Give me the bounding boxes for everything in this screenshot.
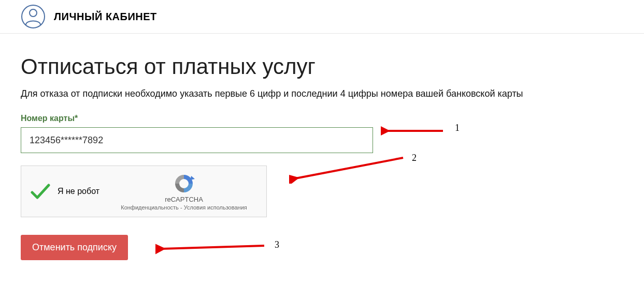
recaptcha-links: Конфиденциальность - Условия использован…	[121, 204, 247, 211]
annotation-arrow-1	[381, 123, 448, 139]
recaptcha-terms-link[interactable]: Условия использования	[184, 204, 247, 211]
annotation-number-1: 1	[455, 123, 460, 133]
instruction-text: Для отказа от подписки необходимо указат…	[21, 88, 623, 99]
checkmark-icon	[30, 181, 50, 202]
recaptcha-privacy-link[interactable]: Конфиденциальность	[121, 204, 179, 211]
main-content: Отписаться от платных услуг Для отказа о…	[0, 34, 644, 260]
recaptcha-brand-text: reCAPTCHA	[165, 196, 203, 203]
header-title: ЛИЧНЫЙ КАБИНЕТ	[54, 11, 157, 23]
annotation-number-2: 2	[412, 153, 417, 163]
svg-line-4	[295, 158, 403, 178]
card-number-input[interactable]	[21, 127, 373, 153]
recaptcha-widget[interactable]: Я не робот reCAPTCHA Конфиденциальность …	[21, 166, 267, 217]
annotation-arrow-3	[155, 239, 269, 255]
user-avatar-icon	[21, 4, 46, 29]
recaptcha-logo-icon	[173, 173, 195, 194]
card-number-label: Номер карты*	[21, 114, 623, 123]
svg-point-1	[30, 9, 37, 17]
svg-line-5	[162, 246, 264, 249]
header: ЛИЧНЫЙ КАБИНЕТ	[0, 0, 644, 34]
recaptcha-label: Я не робот	[58, 187, 109, 196]
cancel-subscription-button[interactable]: Отменить подписку	[21, 235, 128, 260]
page-title: Отписаться от платных услуг	[21, 54, 623, 79]
svg-marker-2	[190, 176, 195, 180]
annotation-arrow-2	[289, 153, 408, 184]
annotation-number-3: 3	[275, 239, 279, 250]
recaptcha-branding: reCAPTCHA Конфиденциальность - Условия и…	[109, 173, 259, 211]
